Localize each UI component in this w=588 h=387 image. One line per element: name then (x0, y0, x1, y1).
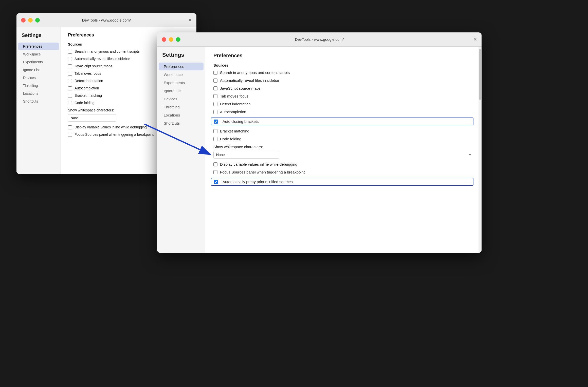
checkbox-anon-input-1[interactable] (68, 50, 72, 54)
minimize-button-1[interactable] (28, 18, 33, 23)
checkbox-reveal-input-2[interactable] (213, 79, 217, 83)
checkbox-tabfocus-label-1: Tab moves focus (75, 71, 101, 75)
checkbox-breakpoint-2: Focus Sources panel when triggering a br… (213, 170, 473, 174)
checkbox-tabfocus-input-2[interactable] (213, 94, 217, 98)
checkbox-sourcemaps-input-1[interactable] (68, 64, 72, 68)
checkbox-tabfocus-label-2: Tab moves focus (220, 94, 249, 98)
checkbox-tabfocus-2: Tab moves focus (213, 94, 473, 98)
checkbox-anon-2: Search in anonymous and content scripts (213, 70, 473, 75)
checkbox-brackets-input-1[interactable] (68, 94, 72, 98)
sidebar-item-shortcuts-1[interactable]: Shortcuts (18, 98, 59, 105)
checkbox-autoclosing-2: Auto closing brackets (211, 118, 473, 125)
titlebar-1: DevTools - www.google.com/ ✕ (16, 13, 196, 27)
checkbox-indent-2: Detect indentation (213, 102, 473, 106)
whitespace-label-2: Show whitespace characters: (213, 145, 473, 149)
window-title-1: DevTools - www.google.com/ (82, 18, 131, 22)
sidebar-item-devices-2[interactable]: Devices (159, 95, 204, 103)
sidebar-item-workspace-2[interactable]: Workspace (159, 71, 204, 79)
checkbox-autoclosing-input-2[interactable] (214, 120, 218, 124)
checkbox-inline-input-1[interactable] (68, 125, 72, 129)
checkbox-autocomplete-input-2[interactable] (213, 110, 217, 114)
checkbox-prettyprint-2: Automatically pretty print minified sour… (211, 178, 473, 186)
checkbox-brackets-label-1: Bracket matching (75, 93, 102, 98)
settings-close-2[interactable]: ✕ (473, 37, 477, 42)
checkbox-prettyprint-label-2: Automatically pretty print minified sour… (223, 180, 293, 184)
checkbox-bracketmatch-input-2[interactable] (213, 129, 217, 133)
checkbox-inline-2: Display variable values inline while deb… (213, 162, 473, 166)
checkbox-autocomplete-label-1: Autocompletion (75, 86, 99, 90)
checkbox-reveal-input-1[interactable] (68, 57, 72, 61)
minimize-button-2[interactable] (169, 37, 173, 42)
checkbox-anon-input-2[interactable] (213, 71, 217, 75)
sidebar-item-preferences-1[interactable]: Preferences (18, 43, 59, 50)
checkbox-inline-label-1: Display variable values inline while deb… (75, 125, 147, 129)
checkbox-tabfocus-input-1[interactable] (68, 72, 72, 76)
sidebar-item-throttling-2[interactable]: Throttling (159, 103, 204, 111)
checkbox-reveal-label-1: Automatically reveal files in sidebar (75, 57, 130, 61)
sidebar-item-ignorelist-2[interactable]: Ignore List (159, 87, 204, 95)
checkbox-bracketmatch-label-2: Bracket matching (220, 129, 249, 133)
sidebar-1: Settings Preferences Workspace Experimen… (16, 27, 61, 174)
scrollbar-track-2[interactable] (479, 47, 482, 253)
checkbox-codefolding-2: Code folding (213, 137, 473, 141)
checkbox-sourcemaps-label-1: JavaScript source maps (75, 64, 112, 68)
whitespace-select-wrapper-2: None All Trailing (213, 151, 473, 159)
checkbox-breakpoint-input-2[interactable] (213, 170, 217, 174)
checkbox-indent-label-1: Detect indentation (75, 79, 103, 83)
checkbox-inline-input-2[interactable] (213, 162, 217, 166)
checkbox-autoclosing-label-2: Auto closing brackets (223, 119, 259, 124)
sidebar-item-shortcuts-2[interactable]: Shortcuts (159, 119, 204, 127)
checkbox-codefolding-label-1: Code folding (75, 101, 95, 105)
checkbox-codefolding-label-2: Code folding (220, 137, 241, 141)
sidebar-item-workspace-1[interactable]: Workspace (18, 50, 59, 58)
sidebar-item-locations-2[interactable]: Locations (159, 111, 204, 119)
checkbox-bracketmatch-2: Bracket matching (213, 129, 473, 133)
sidebar-item-devices-1[interactable]: Devices (18, 74, 59, 82)
section-title-2: Preferences (213, 53, 473, 59)
sidebar-item-throttling-1[interactable]: Throttling (18, 82, 59, 89)
checkbox-codefolding-input-1[interactable] (68, 101, 72, 105)
checkbox-prettyprint-input-2[interactable] (214, 180, 218, 184)
maximize-button-1[interactable] (35, 18, 40, 23)
checkbox-reveal-2: Automatically reveal files in sidebar (213, 78, 473, 83)
whitespace-select-2[interactable]: None All Trailing (213, 151, 279, 159)
scrollbar-thumb-2[interactable] (479, 49, 481, 100)
checkbox-anon-label-2: Search in anonymous and content scripts (220, 70, 290, 75)
settings-close-1[interactable]: ✕ (188, 18, 192, 23)
sidebar-item-experiments-2[interactable]: Experiments (159, 79, 204, 87)
sidebar-item-locations-1[interactable]: Locations (18, 90, 59, 97)
maximize-button-2[interactable] (176, 37, 180, 42)
checkbox-breakpoint-input-1[interactable] (68, 133, 72, 137)
sidebar-2: Settings Preferences Workspace Experimen… (157, 47, 205, 253)
close-button-2[interactable] (162, 37, 166, 42)
checkbox-reveal-label-2: Automatically reveal files in sidebar (220, 78, 279, 83)
settings-heading-2: Settings (157, 52, 205, 62)
checkbox-indent-input-2[interactable] (213, 102, 217, 106)
checkbox-autocomplete-input-1[interactable] (68, 86, 72, 90)
checkbox-autocomplete-label-2: Autocompletion (220, 110, 246, 114)
checkbox-anon-label-1: Search in anonymous and content scripts (75, 49, 140, 53)
traffic-lights-1 (21, 18, 40, 23)
window-title-2: DevTools - www.google.com/ (295, 37, 344, 42)
checkbox-indent-label-2: Detect indentation (220, 102, 251, 106)
devtools-window-2: DevTools - www.google.com/ ✕ Settings Pr… (157, 32, 482, 253)
sidebar-item-ignorelist-1[interactable]: Ignore List (18, 66, 59, 74)
traffic-lights-2 (162, 37, 180, 42)
settings-body-2: Settings Preferences Workspace Experimen… (157, 47, 482, 253)
checkbox-sourcemaps-label-2: JavaScript source maps (220, 86, 261, 90)
checkbox-autocomplete-2: Autocompletion (213, 110, 473, 114)
checkbox-inline-label-2: Display variable values inline while deb… (220, 162, 297, 166)
checkbox-codefolding-input-2[interactable] (213, 137, 217, 141)
checkbox-breakpoint-label-2: Focus Sources panel when triggering a br… (220, 170, 305, 174)
whitespace-select-1[interactable]: None All Trailing (68, 114, 116, 122)
main-content-2: Preferences Sources Search in anonymous … (205, 47, 482, 253)
checkbox-indent-input-1[interactable] (68, 79, 72, 83)
sidebar-item-preferences-2[interactable]: Preferences (159, 63, 204, 70)
checkbox-sourcemaps-2: JavaScript source maps (213, 86, 473, 90)
close-button-1[interactable] (21, 18, 26, 23)
checkbox-sourcemaps-input-2[interactable] (213, 86, 217, 90)
subsection-title-2: Sources (213, 63, 473, 67)
settings-heading-1: Settings (16, 32, 61, 42)
sidebar-item-experiments-1[interactable]: Experiments (18, 58, 59, 66)
checkbox-breakpoint-label-1: Focus Sources panel when triggering a br… (75, 132, 154, 137)
